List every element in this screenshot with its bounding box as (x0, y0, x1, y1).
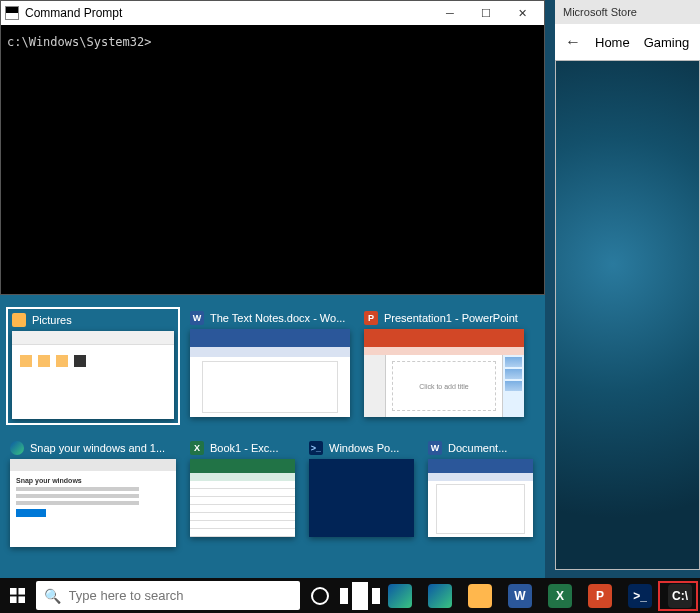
cmd-body[interactable]: c:\Windows\System32> (1, 25, 544, 294)
snap-thumb-pictures[interactable]: Pictures (10, 311, 176, 421)
taskbar-app-edge-2[interactable] (420, 578, 460, 613)
word-icon: W (428, 441, 442, 455)
store-content (555, 60, 700, 570)
snap-thumb-word-notes[interactable]: W The Text Notes.docx - Wo... (190, 311, 350, 421)
thumb-preview: Snap your windows (10, 459, 176, 547)
powerpoint-icon: P (588, 584, 612, 608)
back-arrow-icon[interactable]: ← (565, 33, 581, 51)
thumb-label: Presentation1 - PowerPoint (384, 312, 518, 324)
thumb-preview (12, 331, 174, 419)
excel-icon: X (548, 584, 572, 608)
microsoft-store-window[interactable]: Microsoft Store ← Home Gaming (555, 0, 700, 570)
windows-logo-icon (10, 588, 25, 603)
thumb-preview (190, 459, 295, 537)
cortana-icon (311, 587, 329, 605)
cmd-prompt-line: c:\Windows\System32> (7, 35, 152, 49)
cmd-title: Command Prompt (25, 6, 432, 20)
svg-rect-4 (340, 588, 348, 604)
taskbar-app-explorer[interactable] (460, 578, 500, 613)
taskbar-icons: W X P >_ C:\ (300, 578, 700, 613)
snap-thumb-word-document[interactable]: W Document... (428, 441, 533, 547)
store-nav: ← Home Gaming (555, 24, 700, 60)
edge-icon (428, 584, 452, 608)
search-icon: 🔍 (44, 588, 61, 604)
cortana-button[interactable] (300, 578, 340, 613)
powershell-icon: >_ (628, 584, 652, 608)
taskbar-app-word[interactable]: W (500, 578, 540, 613)
taskbar: 🔍 W X P >_ C:\ (0, 578, 700, 613)
powershell-icon: >_ (309, 441, 323, 455)
svg-rect-3 (19, 596, 26, 603)
store-title: Microsoft Store (563, 6, 637, 18)
snap-thumb-powershell[interactable]: >_ Windows Po... (309, 441, 414, 547)
thumb-label: Windows Po... (329, 442, 399, 454)
taskbar-app-excel[interactable]: X (540, 578, 580, 613)
tab-home[interactable]: Home (595, 35, 630, 50)
svg-rect-5 (352, 582, 368, 610)
thumb-preview (309, 459, 414, 537)
svg-rect-2 (10, 596, 17, 603)
thumb-preview (190, 329, 350, 417)
start-button[interactable] (0, 578, 36, 613)
thumb-preview: Click to add title (364, 329, 524, 417)
thumb-label: Snap your windows and 1... (30, 442, 165, 454)
thumb-preview (428, 459, 533, 537)
minimize-button[interactable]: ─ (432, 2, 468, 24)
powerpoint-icon: P (364, 311, 378, 325)
svg-rect-6 (372, 588, 380, 604)
folder-icon (12, 313, 26, 327)
store-titlebar[interactable]: Microsoft Store (555, 0, 700, 24)
excel-icon: X (190, 441, 204, 455)
search-input[interactable] (69, 588, 292, 603)
word-icon: W (508, 584, 532, 608)
taskbar-app-edge[interactable] (380, 578, 420, 613)
task-view-icon (340, 582, 380, 610)
svg-rect-0 (10, 588, 17, 595)
thumb-label: The Text Notes.docx - Wo... (210, 312, 345, 324)
edge-icon (388, 584, 412, 608)
word-icon: W (190, 311, 204, 325)
cmd-titlebar[interactable]: Command Prompt ─ ☐ ✕ (1, 1, 544, 25)
annotation-highlight (658, 581, 698, 611)
snap-row-1: Pictures W The Text Notes.docx - Wo... P… (10, 311, 535, 421)
thumb-label: Pictures (32, 314, 72, 326)
command-prompt-window[interactable]: Command Prompt ─ ☐ ✕ c:\Windows\System32… (0, 0, 545, 295)
close-button[interactable]: ✕ (504, 2, 540, 24)
edge-icon (10, 441, 24, 455)
snap-row-2: Snap your windows and 1... Snap your win… (10, 441, 535, 547)
maximize-button[interactable]: ☐ (468, 2, 504, 24)
folder-icon (468, 584, 492, 608)
taskbar-app-powershell[interactable]: >_ (620, 578, 660, 613)
tab-gaming[interactable]: Gaming (644, 35, 690, 50)
cmd-icon (5, 6, 19, 20)
thumb-label: Document... (448, 442, 507, 454)
snap-thumb-excel[interactable]: X Book1 - Exc... (190, 441, 295, 547)
taskbar-app-powerpoint[interactable]: P (580, 578, 620, 613)
snap-thumb-powerpoint[interactable]: P Presentation1 - PowerPoint Click to ad… (364, 311, 524, 421)
task-view-button[interactable] (340, 578, 380, 613)
taskbar-search[interactable]: 🔍 (36, 581, 300, 610)
snap-assist-panel: Pictures W The Text Notes.docx - Wo... P… (0, 295, 545, 578)
svg-rect-1 (19, 588, 26, 595)
snap-thumb-edge[interactable]: Snap your windows and 1... Snap your win… (10, 441, 176, 547)
thumb-label: Book1 - Exc... (210, 442, 278, 454)
